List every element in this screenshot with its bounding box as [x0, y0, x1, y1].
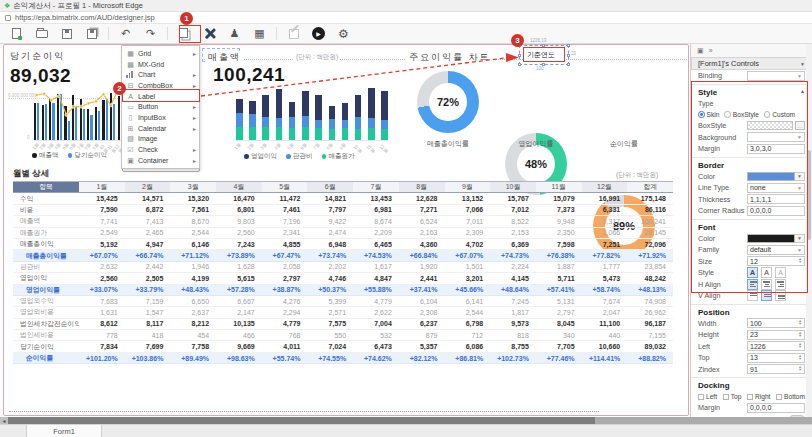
menu-item-calendar[interactable]: ⊞Calendar▸ [122, 123, 199, 134]
monthly-detail-table[interactable]: 항목1월2월3월4월5월6월7월8월9월10월11월12월합계수익15,4251… [13, 181, 673, 364]
layers-button[interactable] [177, 26, 193, 42]
table-row[interactable]: 매출총이익률+67.07%+66.74%+71.12%+73.89%+67.47… [13, 250, 673, 261]
edit-button[interactable] [286, 26, 302, 42]
panel-header[interactable]: [Form1]'s Controls ▼ [691, 57, 812, 70]
new-file-button[interactable] [9, 26, 25, 42]
dock-check-right[interactable]: Right [747, 393, 770, 400]
style-input[interactable]: 3,0,3,0 [747, 144, 805, 154]
table-row[interactable]: 매출원가2,5492,4652,5442,5602,3412,4742,2092… [13, 227, 673, 238]
menu-item-image[interactable]: ▨Image [122, 134, 199, 145]
style-section-header[interactable]: Style▲ [691, 84, 812, 98]
menu-item-inputbox[interactable]: ▯InputBox▸ [122, 112, 199, 123]
table-header-cell: 7월 [353, 182, 399, 193]
valign-middle-button[interactable] [761, 290, 772, 301]
horizontal-scrollbar[interactable]: ◄ [0, 417, 812, 424]
insert-control-button[interactable] [202, 26, 218, 42]
menu-item-label[interactable]: ALabel [122, 91, 199, 102]
position-spinner[interactable]: 23▲▼ [747, 330, 805, 340]
style-select[interactable]: ▼ [747, 132, 805, 142]
table-row[interactable]: 수익15,42514,57115,32016,47011,47214,82113… [13, 193, 673, 204]
boxstyle-swatch[interactable] [747, 121, 793, 130]
component-button[interactable]: ♟ [227, 26, 243, 42]
border-input[interactable]: 1,1,1,1 [747, 194, 805, 204]
table-row[interactable]: 비용7,5906,8727,5616,8017,4617,7976,9817,2… [13, 204, 673, 215]
dock-check-left[interactable]: Left [698, 393, 717, 400]
italic-button[interactable]: A [761, 267, 772, 278]
browser-url-bar[interactable]: https://epa.bimatrix.com/AUD/designer.js… [0, 12, 812, 24]
menu-item-grid[interactable]: ▦Grid▸ [122, 48, 199, 59]
chevron-down-icon[interactable]: ▼ [795, 234, 805, 243]
menu-item-check[interactable]: ☑Check▸ [122, 144, 199, 155]
table-cell: 89,032 [627, 341, 673, 352]
align-left-button[interactable] [747, 279, 758, 290]
menu-item-button[interactable]: ▭Button▸ [122, 101, 199, 112]
menu-item-combobox[interactable]: ⊟ComboBox▸ [122, 80, 199, 91]
docking-input[interactable]: 0,0,0,0 [747, 403, 805, 413]
bold-button[interactable]: A [747, 267, 758, 278]
legend-item: 매출액 [32, 151, 59, 160]
border-input[interactable]: 0,0,0,0 [747, 206, 805, 216]
redo-button[interactable]: ↷ [143, 26, 159, 42]
table-cell: 2,441 [399, 273, 445, 284]
table-row[interactable]: 영업외비용1,6311,5472,6372,1472,2942,5712,622… [13, 307, 673, 318]
table-row[interactable]: 법인세차감전순이익8,6128,1178,21210,1354,7797,575… [13, 318, 673, 329]
outline-button[interactable]: A [775, 267, 786, 278]
collapse-panel-icon[interactable]: » [709, 47, 713, 54]
table-cell: 2,308 [399, 307, 445, 318]
save-button[interactable] [59, 26, 75, 42]
font-select[interactable]: default▼ [747, 245, 805, 255]
table-row[interactable]: 판관비2,6322,4421,9461,6282,0582,2021,6171,… [13, 261, 673, 272]
color-swatch[interactable] [747, 234, 795, 243]
unit-note: (단위 : 백만원) [294, 53, 340, 62]
dock-icon[interactable]: ▣ [697, 47, 704, 55]
binding-select[interactable]: ▼ [747, 71, 805, 81]
menu-item-container[interactable]: ▣Container▸ [122, 155, 199, 166]
open-button[interactable] [34, 26, 50, 42]
table-row[interactable]: 매출액7,7417,4138,6709,8037,1969,4228,6746,… [13, 216, 673, 227]
save-all-button[interactable] [84, 26, 100, 42]
segment-매출원가 [276, 127, 283, 140]
undo-button[interactable]: ↶ [118, 26, 134, 42]
table-row[interactable]: 당기순이익7,8347,6997,7589,6694,0117,0246,473… [13, 341, 673, 352]
horizontal-scrollbar-thumb[interactable] [8, 417, 595, 424]
position-spinner[interactable]: 13▲▼ [747, 353, 805, 363]
form-tab[interactable]: Form1 [26, 425, 102, 437]
run-preview-button[interactable]: ▶ [311, 26, 327, 42]
color-swatch[interactable] [747, 172, 795, 181]
settings-button[interactable]: ⚙ [336, 26, 352, 42]
table-row[interactable]: 매출총이익5,1924,9476,1467,2434,8556,9486,465… [13, 238, 673, 249]
radio-option-custom[interactable]: Custom [764, 111, 795, 118]
valign-bottom-button[interactable] [775, 290, 786, 301]
font-spinner[interactable]: 12▲▼ [747, 256, 805, 266]
radio-option-skin[interactable]: Skin [698, 111, 719, 118]
align-right-button[interactable] [775, 279, 786, 290]
menu-item-chart[interactable]: Chart▸ [122, 69, 199, 80]
table-row[interactable]: 영업이익2,5602,5054,1995,6152,7974,7464,8472… [13, 273, 673, 284]
table-cell: 2,465 [125, 227, 171, 238]
table-row[interactable]: 영업이익률+33.07%+33.79%+48.43%+57.28%+38.87%… [13, 284, 673, 295]
position-spinner[interactable]: 1226▲▼ [747, 341, 805, 351]
grid-view-button[interactable]: ▦ [252, 26, 268, 42]
position-spinner[interactable]: 100▲▼ [747, 318, 805, 328]
dock-check-top[interactable]: Top [723, 393, 742, 400]
border-select[interactable]: none▼ [747, 183, 805, 193]
net-income-chart-widget[interactable]: 당기순이익 89,032 [10, 50, 130, 87]
more-options-button[interactable]: … [795, 121, 805, 130]
table-row[interactable]: 법인세비용77841845446676855053287971281834044… [13, 330, 673, 341]
panel-scrollbar-thumb[interactable] [807, 150, 811, 240]
year-label-control[interactable]: 기준연도 [523, 47, 565, 62]
menu-item-mx-grid[interactable]: ▩MX-Grid [122, 59, 199, 70]
table-cell: 1,617 [353, 261, 399, 272]
panel-scrollbar[interactable] [806, 44, 812, 417]
chevron-down-icon[interactable]: ▼ [795, 172, 805, 181]
table-row[interactable]: 순이익률+101.20%+103.86%+89.49%+98.63%+55.74… [13, 352, 673, 363]
table-row[interactable]: 영업외수익7,6837,1596,6506,6674,2765,3994,779… [13, 295, 673, 306]
position-spinner[interactable]: 91▲▼ [747, 364, 805, 374]
docking-section-header: Docking [691, 377, 812, 391]
valign-top-button[interactable] [747, 290, 758, 301]
align-center-button[interactable] [761, 279, 772, 290]
scroll-left-arrow-icon[interactable]: ◄ [0, 417, 8, 424]
dock-check-bottom[interactable]: Bottom [776, 393, 805, 400]
design-canvas[interactable]: 당기순이익 89,032 6,000,000,000 0 1월2월3월4월5월6… [3, 44, 689, 416]
radio-option-boxstyle[interactable]: BoxStyle [724, 111, 759, 118]
